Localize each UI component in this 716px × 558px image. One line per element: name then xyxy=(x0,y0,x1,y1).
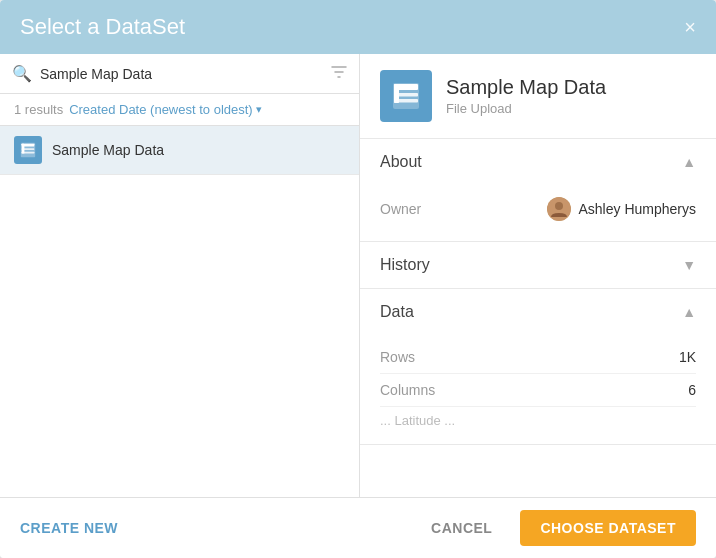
modal-header: Select a DataSet × xyxy=(0,0,716,54)
owner-row: Owner Ashley Humpherys xyxy=(380,191,696,227)
svg-point-11 xyxy=(555,202,563,210)
search-bar: 🔍 xyxy=(0,54,359,94)
columns-row: Columns 6 xyxy=(380,374,696,407)
data-section-title: Data xyxy=(380,303,414,321)
history-chevron-icon: ▼ xyxy=(682,257,696,273)
owner-label: Owner xyxy=(380,201,421,217)
owner-avatar xyxy=(547,197,571,221)
owner-value: Ashley Humpherys xyxy=(547,197,697,221)
left-panel: 🔍 1 results Created Date (newest to olde… xyxy=(0,54,360,497)
about-section-title: About xyxy=(380,153,422,171)
svg-rect-4 xyxy=(22,144,25,154)
svg-rect-9 xyxy=(394,84,399,103)
columns-label: Columns xyxy=(380,382,435,398)
columns-value: 6 xyxy=(688,382,696,398)
history-section-header[interactable]: History ▼ xyxy=(360,242,716,288)
dataset-list: Sample Map Data xyxy=(0,126,359,497)
dataset-title: Sample Map Data xyxy=(446,76,606,99)
about-chevron-icon: ▲ xyxy=(682,154,696,170)
modal-footer: CREATE NEW CANCEL CHOOSE DATASET xyxy=(0,497,716,558)
rows-label: Rows xyxy=(380,349,415,365)
dataset-subtitle: File Upload xyxy=(446,101,606,116)
modal-body: 🔍 1 results Created Date (newest to olde… xyxy=(0,54,716,497)
list-item-icon xyxy=(14,136,42,164)
modal-title: Select a DataSet xyxy=(20,14,185,40)
list-item-label: Sample Map Data xyxy=(52,142,164,158)
search-icon: 🔍 xyxy=(12,64,32,83)
sort-chevron-icon: ▾ xyxy=(256,103,262,116)
data-section-header[interactable]: Data ▲ xyxy=(360,289,716,335)
history-section: History ▼ xyxy=(360,242,716,289)
filter-button[interactable] xyxy=(331,64,347,83)
dataset-info: Sample Map Data File Upload xyxy=(446,76,606,116)
about-section-header[interactable]: About ▲ xyxy=(360,139,716,185)
about-section-content: Owner Ashley Humpherys xyxy=(360,185,716,241)
about-section: About ▲ Owner xyxy=(360,139,716,242)
cancel-button[interactable]: CANCEL xyxy=(415,510,508,546)
modal: Select a DataSet × 🔍 1 results Created D… xyxy=(0,0,716,558)
owner-name: Ashley Humpherys xyxy=(579,201,697,217)
right-panel: Sample Map Data File Upload About ▲ Owne… xyxy=(360,54,716,497)
footer-right: CANCEL CHOOSE DATASET xyxy=(415,510,696,546)
history-section-title: History xyxy=(380,256,430,274)
dataset-header: Sample Map Data File Upload xyxy=(360,54,716,139)
results-bar: 1 results Created Date (newest to oldest… xyxy=(0,94,359,126)
rows-value: 1K xyxy=(679,349,696,365)
data-chevron-icon: ▲ xyxy=(682,304,696,320)
dataset-icon-large xyxy=(380,70,432,122)
sort-button[interactable]: Created Date (newest to oldest) ▾ xyxy=(69,102,262,117)
data-section-content: Rows 1K Columns 6 ... Latitude ... xyxy=(360,335,716,444)
search-input[interactable] xyxy=(40,66,323,82)
list-item[interactable]: Sample Map Data xyxy=(0,126,359,175)
data-section: Data ▲ Rows 1K Columns 6 ... Latitude ..… xyxy=(360,289,716,445)
rows-row: Rows 1K xyxy=(380,341,696,374)
create-new-button[interactable]: CREATE NEW xyxy=(20,520,118,536)
truncated-text: ... Latitude ... xyxy=(380,413,455,428)
results-count: 1 results xyxy=(14,102,63,117)
choose-dataset-button[interactable]: CHOOSE DATASET xyxy=(520,510,696,546)
close-button[interactable]: × xyxy=(684,17,696,37)
truncated-indicator: ... Latitude ... xyxy=(380,407,696,434)
sort-label: Created Date (newest to oldest) xyxy=(69,102,253,117)
